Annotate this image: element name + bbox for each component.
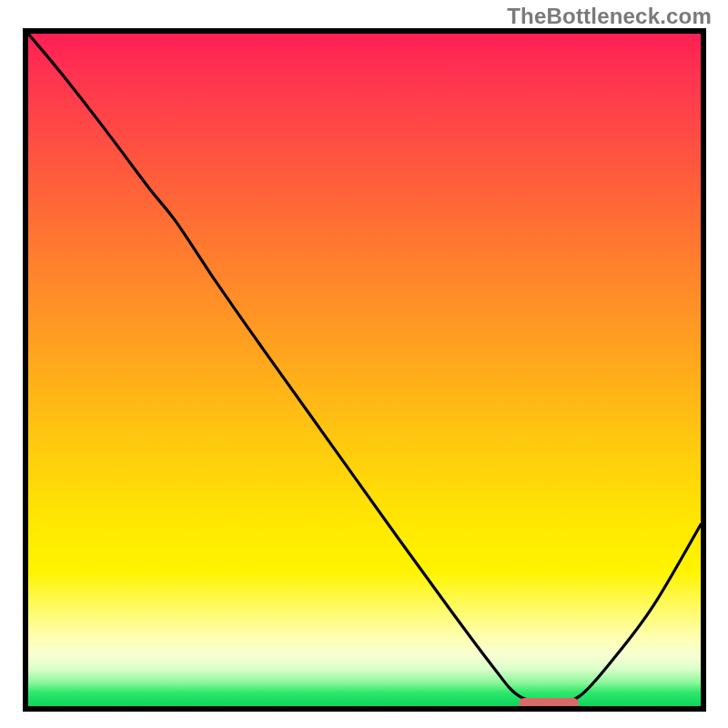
- watermark-text: TheBottleneck.com: [507, 4, 712, 29]
- bottleneck-curve: [28, 34, 701, 706]
- plot-area: [23, 28, 706, 712]
- chart-frame: TheBottleneck.com: [0, 0, 728, 728]
- minimum-marker: [519, 698, 579, 709]
